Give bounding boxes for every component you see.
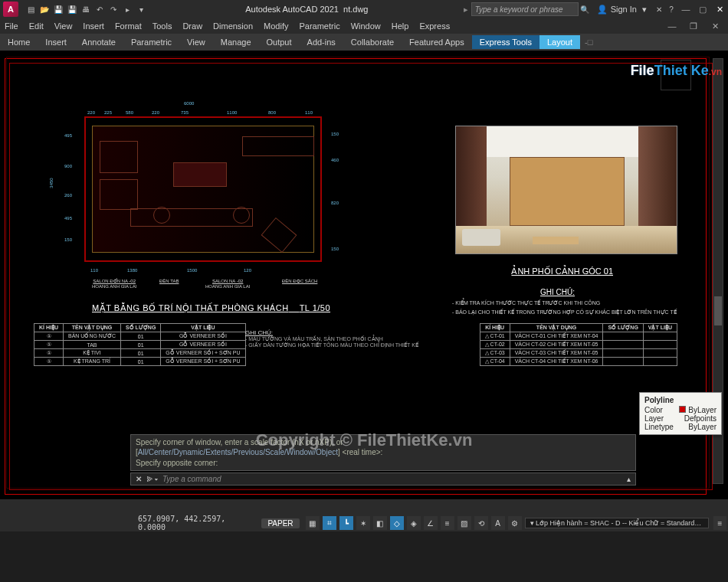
command-expand-icon[interactable]: ▴ — [627, 475, 631, 483]
isoplane-toggle-icon[interactable]: ◧ — [373, 516, 387, 530]
dim-left-total: 3450 — [49, 178, 54, 188]
tab-view[interactable]: View — [179, 35, 213, 49]
tab-express-tools[interactable]: Express Tools — [472, 35, 539, 49]
dim-bot: 1380 — [127, 268, 137, 273]
selection-cycling-icon[interactable]: ⟲ — [474, 516, 488, 530]
app-exchange-icon[interactable]: ✕ — [653, 3, 665, 15]
qat-undo-icon[interactable]: ↶ — [93, 3, 106, 15]
qat-save-icon[interactable]: 💾 — [52, 3, 64, 15]
menu-window[interactable]: Window — [351, 21, 381, 31]
plan-callout: SALON ĐƠN NA -02HOANG ANH GIA LAI — [92, 279, 136, 289]
quick-properties-tooltip: Polyline ColorByLayer LayerDefpoints Lin… — [639, 392, 722, 435]
annotation-scale-icon[interactable]: A — [491, 516, 505, 530]
ghichu-line: - BÁO LẠI CHO THIẾT KẾ TRONG TRƯỜNG HỢP … — [452, 309, 690, 316]
tab-output[interactable]: Output — [259, 35, 300, 49]
qat-new-icon[interactable]: ▤ — [25, 3, 37, 15]
tab-annotate[interactable]: Annotate — [74, 35, 123, 49]
prop-object-type: Polyline — [644, 396, 717, 404]
dim-top: 110 — [305, 110, 313, 115]
watermark-copyright: Copyright © FileThietKe.vn — [0, 430, 728, 450]
space-indicator[interactable]: PAPER — [261, 518, 299, 528]
tab-parametric[interactable]: Parametric — [123, 35, 179, 49]
plan-title: MẶT BẰNG BỐ TRÍ NỘI THẤT PHÒNG KHÁCH TL … — [92, 303, 330, 313]
otrack-toggle-icon[interactable]: ∠ — [424, 516, 438, 530]
dim-left: 260 — [64, 193, 72, 198]
menu-parametric[interactable]: Parametric — [299, 21, 339, 31]
tab-layout[interactable]: Layout — [539, 35, 580, 49]
customize-status-icon[interactable]: ≡ — [713, 516, 726, 530]
doc-close-button[interactable]: ✕ — [707, 18, 723, 34]
maximize-button[interactable]: ▢ — [694, 1, 711, 18]
window-title: Autodesk AutoCAD 2021 nt.dwg — [150, 5, 464, 14]
qat-plot-icon[interactable]: 🖶 — [80, 3, 92, 15]
tab-insert[interactable]: Insert — [38, 35, 74, 49]
ghichu-heading: GHI CHÚ: — [540, 288, 575, 296]
osnap-toggle-icon[interactable]: ◇ — [390, 516, 404, 530]
3dosnap-toggle-icon[interactable]: ◈ — [407, 516, 421, 530]
layout-tab-strip[interactable] — [0, 499, 728, 515]
ortho-toggle-icon[interactable]: ┗ — [339, 516, 353, 530]
menu-express[interactable]: Express — [419, 21, 450, 31]
tab-collaborate[interactable]: Collaborate — [343, 35, 402, 49]
tab-home[interactable]: Home — [0, 35, 38, 49]
ribbon-minimize-icon[interactable]: -□ — [580, 35, 597, 49]
tab-manage[interactable]: Manage — [213, 35, 259, 49]
plan-callout: ĐÈN TAB — [159, 279, 179, 284]
menu-dimension[interactable]: Dimension — [213, 21, 253, 31]
menu-tools[interactable]: Tools — [152, 21, 172, 31]
help-icon[interactable]: ? — [665, 3, 677, 15]
dim-right: 820 — [331, 201, 339, 205]
command-input[interactable]: Type a command — [162, 475, 622, 483]
command-chevron-icon[interactable]: ⫸▾ — [146, 475, 158, 483]
qat-share-icon[interactable]: ▸ — [121, 3, 133, 15]
polar-toggle-icon[interactable]: ✶ — [356, 516, 370, 530]
grid-toggle-icon[interactable]: ▦ — [306, 516, 320, 530]
menu-draw[interactable]: Draw — [182, 21, 202, 31]
transparency-toggle-icon[interactable]: ▨ — [457, 516, 471, 530]
tab-addins[interactable]: Add-ins — [300, 35, 343, 49]
watermark-logo: FileThiet Ke.vn — [631, 63, 722, 79]
menu-format[interactable]: Format — [115, 21, 142, 31]
help-search-input[interactable]: Type a keyword or phrase — [471, 2, 579, 16]
menu-file[interactable]: File — [5, 21, 18, 31]
menu-help[interactable]: Help — [392, 21, 409, 31]
close-button[interactable]: ✕ — [711, 1, 728, 18]
dim-top: 220 — [152, 110, 159, 115]
dim-bot: 120 — [244, 268, 251, 273]
plan-callout: ĐÈN ĐỌC SÁCH — [282, 279, 317, 284]
color-swatch-icon — [679, 406, 686, 413]
qat-saveas-icon[interactable]: 💾 — [66, 3, 78, 15]
search-caret-icon: ▸ — [464, 5, 468, 15]
dim-left: 900 — [64, 164, 72, 168]
tab-featured-apps[interactable]: Featured Apps — [402, 35, 472, 49]
signin-button[interactable]: 👤Sign In ▾ — [597, 5, 647, 15]
dim-bot: 1500 — [187, 268, 197, 273]
user-icon: 👤 — [597, 5, 608, 15]
qat-redo-icon[interactable]: ↷ — [107, 3, 120, 15]
workspace-icon[interactable]: ⚙ — [508, 516, 522, 530]
menu-modify[interactable]: Modify — [264, 21, 288, 31]
minimize-button[interactable]: — — [677, 1, 694, 18]
menu-view[interactable]: View — [54, 21, 73, 31]
menu-insert[interactable]: Insert — [83, 21, 104, 31]
floor-plan — [84, 116, 322, 262]
dim-bot: 110 — [90, 268, 98, 273]
search-icon[interactable]: 🔍 — [579, 3, 591, 15]
materials-table-right: KÍ HIỆUTÊN VẬT DỤNGSỐ LƯỢNGVẬT LIỆU △ CT… — [480, 323, 677, 366]
dim-left: 495 — [64, 216, 72, 221]
lineweight-toggle-icon[interactable]: ≡ — [441, 516, 454, 530]
command-close-icon[interactable]: ✕ — [136, 475, 142, 483]
dim-top: 800 — [268, 110, 276, 115]
doc-restore-button[interactable]: ❐ — [685, 18, 702, 34]
materials-table-left: KÍ HIỆUTÊN VẬT DỤNGSỐ LƯỢNGVẬT LIỆU ①BÀN… — [34, 323, 246, 366]
menu-edit[interactable]: Edit — [29, 21, 44, 31]
doc-minimize-button[interactable]: — — [664, 18, 680, 34]
dim-total-top: 6000 — [184, 101, 194, 106]
snap-toggle-icon[interactable]: ⌗ — [323, 516, 336, 530]
app-logo-icon: A — [3, 2, 18, 17]
qat-open-icon[interactable]: 📂 — [38, 3, 51, 15]
layer-combo[interactable]: ▾ Lớp Hiện hành = SHAC - D -- Kiểu Chữ =… — [525, 518, 709, 528]
dim-right: 150 — [331, 247, 339, 251]
drawing-canvas[interactable]: 6000 220 225 580 220 735 1100 800 110 34… — [0, 51, 728, 499]
qat-more-icon[interactable]: ▾ — [135, 3, 147, 15]
